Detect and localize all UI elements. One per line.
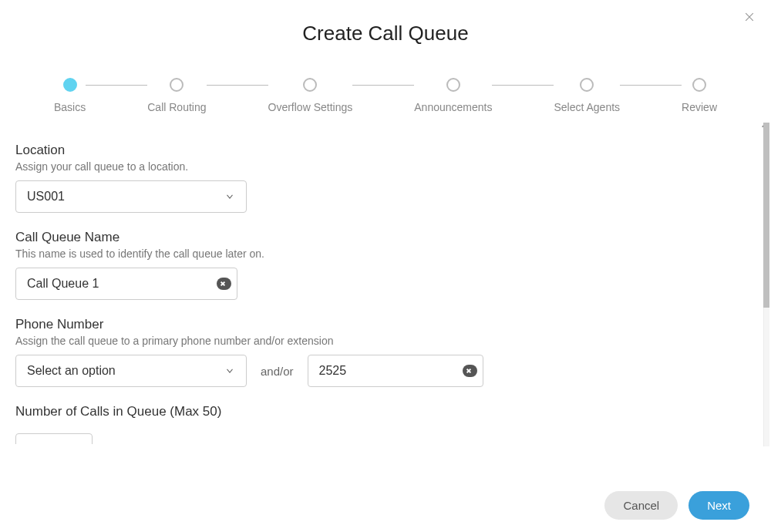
step-announcements[interactable]: Announcements <box>414 78 492 113</box>
max-calls-input[interactable] <box>15 433 93 444</box>
form-body: Location Assign your call queue to a loc… <box>0 123 763 446</box>
field-help: Assign your call queue to a location. <box>15 160 748 173</box>
field-help: This name is used to identify the call q… <box>15 247 748 260</box>
step-label: Basics <box>54 101 86 113</box>
step-select-agents[interactable]: Select Agents <box>554 78 620 113</box>
scrollbar-thumb[interactable] <box>763 123 769 308</box>
next-button[interactable]: Next <box>689 491 749 520</box>
field-label: Location <box>15 143 748 158</box>
select-value: US001 <box>27 190 65 204</box>
step-connector <box>620 85 682 86</box>
field-phone-number: Phone Number Assign the call queue to a … <box>15 317 748 387</box>
modal-title: Create Call Queue <box>0 0 771 49</box>
field-help: Assign the call queue to a primary phone… <box>15 335 748 347</box>
extension-input-wrap: ​ <box>308 355 483 387</box>
field-label: Call Queue Name <box>15 230 748 245</box>
phone-row: Select an option and/or ​ <box>15 355 748 387</box>
cancel-button[interactable]: Cancel <box>604 491 678 520</box>
chevron-down-icon <box>224 191 235 202</box>
scrollbar-track[interactable] <box>763 123 769 446</box>
stepper: Basics Call Routing Overflow Settings An… <box>0 49 771 123</box>
close-icon[interactable] <box>742 11 757 26</box>
step-circle-icon <box>170 78 183 92</box>
chevron-down-icon <box>224 365 235 376</box>
step-basics[interactable]: Basics <box>54 78 86 113</box>
step-label: Announcements <box>414 101 492 113</box>
select-placeholder: Select an option <box>27 364 116 378</box>
step-connector <box>492 85 554 86</box>
step-label: Select Agents <box>554 101 620 113</box>
step-review[interactable]: Review <box>682 78 717 113</box>
field-label: Number of Calls in Queue (Max 50) <box>15 404 748 419</box>
phone-number-select[interactable]: Select an option <box>15 355 247 387</box>
extension-input[interactable] <box>308 355 483 387</box>
footer-actions: Cancel Next <box>604 491 749 520</box>
max-calls-input-wrap <box>15 427 93 444</box>
conjunction-text: and/or <box>261 365 294 378</box>
clear-input-icon[interactable]: ​ <box>217 278 231 290</box>
field-queue-name: Call Queue Name This name is used to ide… <box>15 230 748 300</box>
step-call-routing[interactable]: Call Routing <box>147 78 206 113</box>
form-scroll-region: Location Assign your call queue to a loc… <box>0 123 771 446</box>
step-circle-icon <box>580 78 594 92</box>
step-connector <box>86 85 147 86</box>
clear-input-icon[interactable]: ​ <box>463 365 477 377</box>
step-label: Overflow Settings <box>268 101 353 113</box>
location-select[interactable]: US001 <box>15 180 247 213</box>
field-max-calls: Number of Calls in Queue (Max 50) <box>15 404 748 444</box>
step-overflow-settings[interactable]: Overflow Settings <box>268 78 353 113</box>
step-circle-icon <box>446 78 460 92</box>
step-label: Review <box>682 101 717 113</box>
queue-name-input-wrap: ​ <box>15 268 237 300</box>
step-circle-icon <box>692 78 706 92</box>
step-label: Call Routing <box>147 101 206 113</box>
field-label: Phone Number <box>15 317 748 332</box>
field-location: Location Assign your call queue to a loc… <box>15 143 748 213</box>
queue-name-input[interactable] <box>15 268 237 300</box>
step-circle-icon <box>303 78 317 92</box>
step-connector <box>352 85 414 86</box>
step-circle-icon <box>63 78 77 92</box>
step-connector <box>207 85 268 86</box>
